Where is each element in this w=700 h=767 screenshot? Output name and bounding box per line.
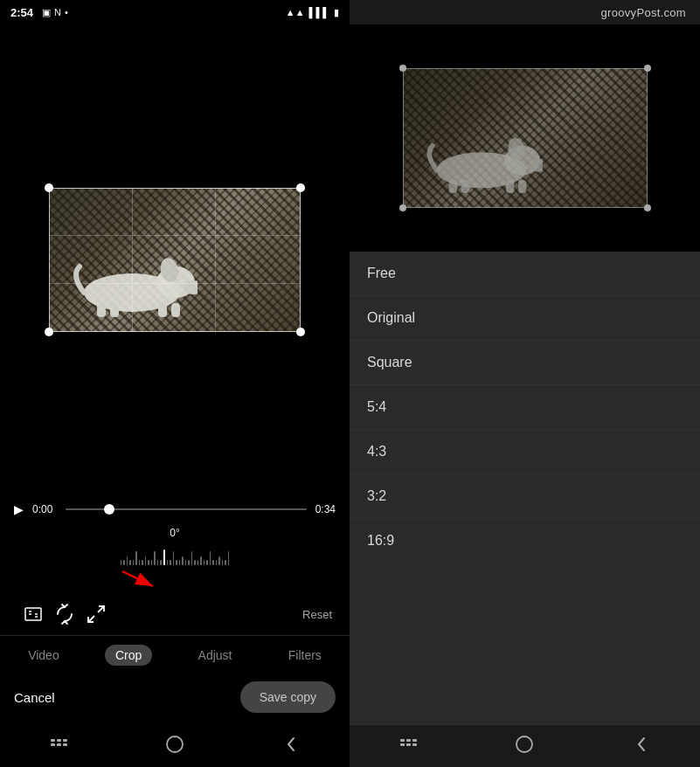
reset-button[interactable]: Reset — [302, 608, 332, 621]
edit-tools-row: Reset — [0, 593, 350, 635]
right-crop-border — [403, 68, 648, 208]
svg-rect-31 — [400, 743, 405, 746]
bottom-tabs: Video Crop Adjust Filters — [0, 635, 350, 673]
arrow-annotation — [0, 567, 350, 593]
svg-rect-28 — [400, 739, 405, 742]
crop-option-5-4[interactable]: 5:4 — [350, 385, 700, 430]
crop-handle-bl[interactable] — [45, 328, 53, 336]
right-nav-home-icon[interactable] — [507, 732, 542, 757]
left-nav-home-icon[interactable] — [157, 732, 192, 757]
crop-option-4-3[interactable]: 4:3 — [350, 430, 700, 474]
svg-rect-13 — [51, 739, 55, 742]
tab-adjust[interactable]: Adjust — [188, 645, 243, 666]
svg-rect-18 — [63, 743, 67, 746]
wifi-icon: ▲▲ — [286, 7, 305, 17]
save-copy-button[interactable]: Save copy — [240, 681, 336, 713]
svg-rect-17 — [57, 743, 61, 746]
crop-option-3-2[interactable]: 3:2 — [350, 474, 700, 519]
notification-icon: ▣ — [42, 7, 51, 18]
crop-option-free[interactable]: Free — [350, 252, 700, 296]
tick — [154, 551, 156, 565]
right-crop-handle-bl[interactable] — [399, 204, 406, 211]
tick — [121, 560, 122, 565]
tick — [133, 560, 135, 565]
signal-icon: ▌▌▌ — [309, 7, 329, 17]
svg-line-11 — [98, 606, 104, 612]
right-nav-back-icon[interactable] — [624, 732, 659, 757]
status-right: ▲▲ ▌▌▌ ▮ — [286, 7, 339, 18]
brand-label: groovyPost.com — [601, 6, 686, 19]
tick — [123, 560, 125, 565]
crop-border — [49, 188, 301, 332]
rotate-tool[interactable] — [49, 598, 80, 630]
right-video-frame — [403, 68, 648, 208]
tick — [160, 560, 162, 565]
svg-rect-10 — [25, 608, 41, 620]
tick — [212, 560, 214, 565]
tick — [176, 560, 177, 565]
crop-handle-tr[interactable] — [296, 183, 305, 192]
cancel-button[interactable]: Cancel — [14, 690, 55, 705]
tick — [157, 560, 159, 565]
tick — [191, 551, 193, 565]
time-start: 0:00 — [32, 503, 57, 515]
dot-icon: • — [65, 7, 68, 17]
tick-center — [163, 549, 165, 565]
tick — [179, 560, 181, 565]
status-icons: ▣ N • — [42, 7, 68, 18]
tick — [170, 560, 171, 565]
tick — [228, 551, 230, 565]
expand-tool[interactable] — [80, 598, 112, 630]
tick — [188, 560, 190, 565]
video-frame — [49, 188, 301, 332]
right-panel: groovyPost.com — [350, 0, 700, 767]
play-button[interactable]: ▶ — [14, 502, 24, 516]
tick — [139, 560, 141, 565]
tick — [167, 560, 169, 565]
crop-option-original[interactable]: Original — [350, 296, 700, 341]
battery-icon: ▮ — [334, 7, 339, 18]
tab-crop[interactable]: Crop — [105, 645, 152, 666]
status-bar: 2:54 ▣ N • ▲▲ ▌▌▌ ▮ — [0, 0, 350, 24]
tick — [216, 560, 218, 565]
tick — [206, 560, 208, 565]
rotation-row: 0° — [0, 523, 350, 567]
svg-point-34 — [516, 736, 532, 752]
right-crop-handle-tr[interactable] — [644, 65, 651, 72]
left-nav-bar — [0, 725, 350, 767]
right-crop-handle-br[interactable] — [644, 204, 651, 211]
tick — [145, 556, 147, 565]
crop-option-16-9[interactable]: 16:9 — [350, 519, 700, 563]
tick — [148, 560, 149, 565]
left-nav-menu-icon[interactable] — [41, 732, 76, 757]
tick — [173, 551, 175, 565]
playback-row: ▶ 0:00 0:34 — [0, 495, 350, 523]
aspect-ratio-tool[interactable] — [17, 598, 49, 630]
tick — [151, 560, 153, 565]
grid-line-v1 — [132, 188, 133, 332]
svg-rect-29 — [406, 739, 411, 742]
tab-filters[interactable]: Filters — [278, 645, 332, 666]
crop-option-square[interactable]: Square — [350, 341, 700, 385]
right-video-area — [350, 24, 700, 252]
tick — [182, 556, 184, 565]
crop-handle-tl[interactable] — [45, 183, 53, 192]
tick — [200, 556, 202, 565]
progress-track[interactable] — [66, 508, 307, 510]
tick — [127, 556, 128, 565]
crop-handle-br[interactable] — [296, 328, 305, 336]
video-area — [0, 24, 350, 495]
right-crop-handle-tl[interactable] — [399, 65, 406, 72]
right-nav-menu-icon[interactable] — [391, 732, 426, 757]
svg-line-9 — [122, 571, 153, 586]
rotation-ticks[interactable] — [121, 541, 230, 565]
tab-video[interactable]: Video — [17, 645, 70, 666]
rotation-label: 0° — [170, 527, 179, 539]
status-time: 2:54 — [10, 6, 33, 19]
grid-line-v2 — [215, 188, 216, 332]
n-icon: N — [54, 7, 61, 17]
action-row: Cancel Save copy — [0, 673, 350, 725]
left-nav-back-icon[interactable] — [274, 732, 308, 757]
progress-thumb[interactable] — [104, 504, 114, 515]
svg-rect-15 — [63, 739, 67, 742]
